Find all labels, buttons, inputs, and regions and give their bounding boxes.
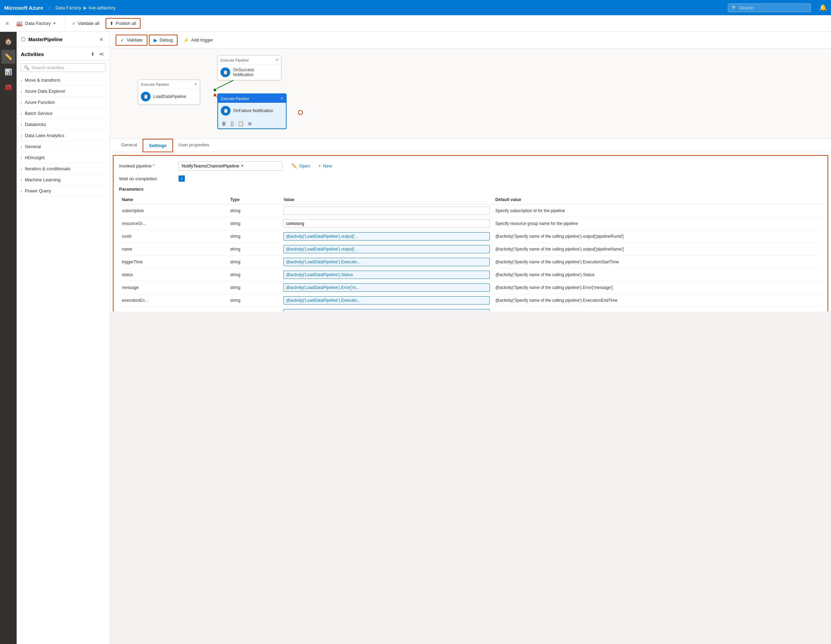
data-factory-nav-item[interactable]: 🏭 Data Factory ▼: [13, 18, 59, 29]
param-name-cell: resourceGr...: [119, 217, 228, 230]
table-row: runDuration string @activity('Specify na…: [119, 307, 822, 312]
onfailure-notification-node[interactable]: Execute Pipeline ↗ 📋 OnFailure Notificat…: [217, 94, 287, 129]
params-table-body: subscription string Specify subscription…: [119, 205, 822, 312]
param-value-input[interactable]: [283, 296, 490, 305]
chevron-icon: ›: [21, 145, 22, 149]
wait-checkbox[interactable]: ✓: [178, 175, 185, 182]
node1-external-link-icon[interactable]: ↗: [194, 82, 197, 86]
close-panel-button[interactable]: ✕: [97, 36, 105, 43]
activity-item-1[interactable]: › Azure Data Explorer: [17, 86, 110, 97]
invoked-pipeline-row: Invoked pipeline * NotifyTeamsChannelPip…: [119, 161, 822, 170]
activities-search-input[interactable]: [32, 65, 102, 70]
tab-general[interactable]: General: [116, 139, 143, 152]
left-panel: ⬡ MasterPipeline ✕ Activities ⬇ ≪ 🔍 › Mo…: [17, 32, 110, 644]
activity-item-9[interactable]: › Machine Learning: [17, 175, 110, 186]
notification-icon[interactable]: 🔔: [819, 4, 827, 11]
param-type-cell: string: [228, 217, 281, 230]
edit-icon-btn[interactable]: ✏️: [2, 50, 15, 64]
pipeline-dropdown-control[interactable]: NotifyTeamsChannelPipeline ▼: [178, 161, 282, 170]
param-type-cell: string: [228, 269, 281, 281]
table-row: status string @activity('Specify name of…: [119, 269, 822, 281]
debug-button[interactable]: ▶ Debug: [149, 35, 178, 46]
publish-all-button[interactable]: ⬆ Publish all: [105, 18, 140, 29]
param-value-input[interactable]: [283, 283, 490, 292]
expand-activities-button[interactable]: ≪: [98, 51, 105, 57]
monitor-icon-btn[interactable]: 📊: [2, 65, 15, 79]
tab-user-properties[interactable]: User properties: [173, 139, 215, 152]
activity-item-5[interactable]: › Data Lake Analytics: [17, 130, 110, 141]
param-value-cell[interactable]: [281, 256, 492, 269]
add-trigger-button[interactable]: ⚡ Add trigger: [179, 35, 217, 45]
open-label: Open: [299, 163, 310, 169]
param-value-input[interactable]: [283, 245, 490, 253]
home-icon-btn[interactable]: 🏠: [2, 35, 15, 48]
pipeline-action-buttons: ✏️ Open + New: [289, 162, 334, 170]
activity-item-10[interactable]: › Power Query: [17, 186, 110, 197]
node3-action-bar: 🗑 {} 📋 ⊕: [218, 118, 286, 129]
activity-item-6[interactable]: › General: [17, 141, 110, 152]
param-default-cell: @activity('Specify name of the calling p…: [492, 256, 822, 269]
collapse-activities-button[interactable]: ⬇: [89, 51, 96, 57]
param-value-input[interactable]: [283, 219, 490, 228]
new-pipeline-button[interactable]: + New: [316, 162, 334, 170]
param-value-cell[interactable]: [281, 281, 492, 294]
global-search-box[interactable]: 🔍: [728, 3, 811, 12]
param-value-cell[interactable]: [281, 269, 492, 281]
open-pipeline-button[interactable]: ✏️ Open: [289, 162, 312, 170]
invoked-pipeline-dropdown[interactable]: NotifyTeamsChannelPipeline ▼: [178, 161, 282, 170]
param-value-cell[interactable]: [281, 230, 492, 243]
settings-tab-bar: General Settings User properties: [110, 139, 831, 152]
node1-label: LoadDataPipeline: [153, 94, 186, 99]
activity-item-0[interactable]: › Move & transform: [17, 75, 110, 86]
tab-settings[interactable]: Settings: [143, 139, 173, 152]
param-value-input[interactable]: [283, 207, 490, 215]
node1-pipeline-icon: 📋: [141, 92, 151, 102]
validate-button[interactable]: ✓ Validate: [116, 35, 147, 46]
search-activities-icon: 🔍: [24, 65, 29, 70]
collapse-button[interactable]: ≡: [4, 19, 10, 28]
node2-type-label: Execute Pipeline: [220, 58, 249, 62]
activity-item-3[interactable]: › Batch Service: [17, 108, 110, 119]
param-value-cell[interactable]: [281, 294, 492, 307]
onsuccess-notification-node[interactable]: Execute Pipeline ↗ 📋 OnSuccessNotificati…: [217, 56, 282, 80]
activity-label: Databricks: [25, 122, 46, 127]
new-label: New: [323, 163, 332, 169]
node3-add-button[interactable]: ⊕: [247, 120, 253, 127]
node3-pipeline-icon: 📋: [221, 106, 231, 116]
node3-code-button[interactable]: {}: [230, 120, 234, 127]
node3-external-link-icon[interactable]: ↗: [280, 96, 283, 101]
node3-delete-button[interactable]: 🗑: [221, 120, 227, 127]
param-value-input[interactable]: [283, 258, 490, 266]
activities-search-box[interactable]: 🔍: [21, 63, 105, 72]
activity-label: Power Query: [25, 188, 51, 194]
toolbar-separator: [64, 19, 64, 28]
node2-external-link-icon[interactable]: ↗: [275, 58, 278, 62]
load-data-pipeline-node[interactable]: Execute Pipeline ↗ 📋 LoadDataPipeline: [138, 80, 200, 105]
chevron-icon: ›: [21, 111, 22, 116]
toolbox-icon-btn[interactable]: 🧰: [2, 80, 15, 94]
required-marker: *: [153, 163, 155, 169]
chevron-icon: ›: [21, 89, 22, 94]
param-value-input[interactable]: [283, 232, 490, 240]
activity-item-4[interactable]: › Databricks: [17, 119, 110, 130]
top-navigation-bar: Microsoft Azure | Data Factory ▶ live-ad…: [0, 0, 831, 15]
activity-item-2[interactable]: › Azure Function: [17, 97, 110, 108]
param-value-cell[interactable]: [281, 307, 492, 312]
global-search-input[interactable]: [739, 5, 807, 10]
validate-check-icon: ✓: [121, 37, 124, 43]
param-value-cell[interactable]: [281, 205, 492, 217]
breadcrumb-data-factory[interactable]: Data Factory: [56, 5, 81, 10]
tab-general-label: General: [121, 142, 137, 148]
activity-item-7[interactable]: › HDInsight: [17, 152, 110, 163]
validate-all-button[interactable]: ✓ Validate all: [68, 19, 103, 28]
activity-label: Iteration & conditionals: [25, 166, 71, 171]
node3-copy-button[interactable]: 📋: [237, 120, 244, 127]
param-value-input[interactable]: [283, 270, 490, 279]
param-value-input[interactable]: [283, 309, 490, 312]
param-value-cell[interactable]: [281, 217, 492, 230]
breadcrumb-factory-name[interactable]: live-adfactory: [89, 5, 116, 10]
activity-item-8[interactable]: › Iteration & conditionals: [17, 163, 110, 175]
param-value-cell[interactable]: [281, 243, 492, 256]
param-default-cell: @activity('Specify name of the calling p…: [492, 230, 822, 243]
debug-label: Debug: [159, 37, 173, 43]
